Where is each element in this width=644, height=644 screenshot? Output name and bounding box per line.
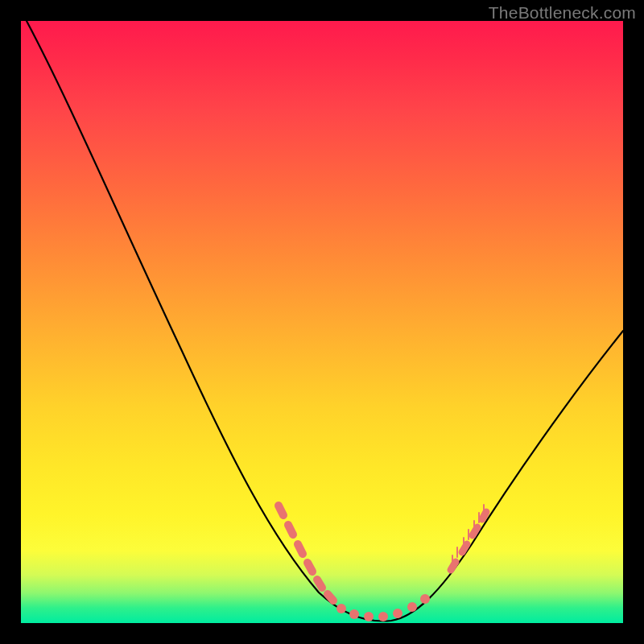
svg-point-10 (393, 609, 402, 618)
marker-ticks-right (452, 505, 484, 565)
marker-group-right (451, 512, 486, 570)
marker-group-valley (336, 594, 430, 621)
svg-point-12 (420, 594, 430, 604)
chart-svg (21, 21, 623, 623)
svg-line-1 (288, 525, 293, 535)
svg-line-2 (298, 544, 303, 554)
svg-line-3 (308, 563, 312, 572)
svg-line-0 (279, 506, 283, 515)
marker-group-left (279, 506, 333, 601)
svg-line-4 (317, 580, 322, 588)
watermark-text: TheBottleneck.com (489, 3, 636, 23)
chart-frame: TheBottleneck.com (0, 0, 644, 644)
svg-point-6 (336, 604, 346, 613)
svg-point-7 (349, 609, 359, 619)
svg-line-5 (328, 594, 333, 601)
svg-point-9 (378, 612, 388, 621)
svg-point-11 (407, 602, 417, 612)
svg-point-8 (364, 612, 374, 621)
plot-area (21, 21, 623, 623)
bottleneck-curve (27, 21, 623, 621)
